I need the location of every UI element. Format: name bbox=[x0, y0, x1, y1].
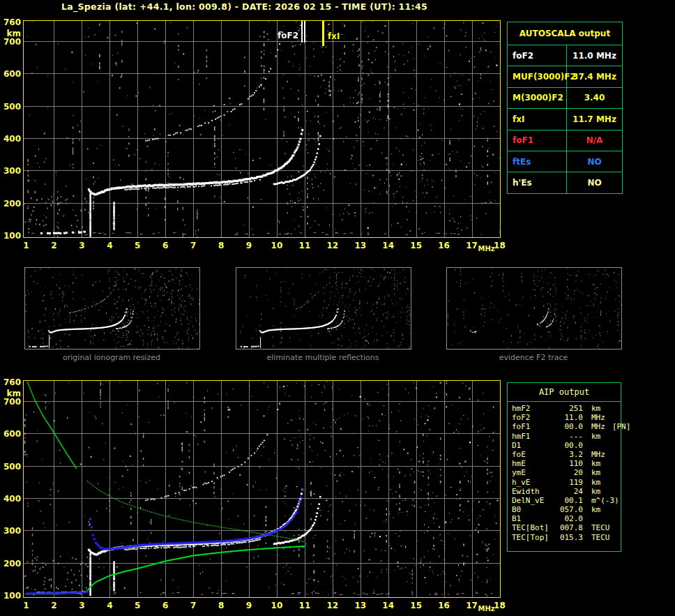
table-row: foF211.0 MHz bbox=[508, 45, 622, 66]
row-label: h'Es bbox=[508, 172, 567, 193]
x-axis-tick-label: 4 bbox=[107, 241, 112, 250]
mhz-unit-label: MHz bbox=[478, 605, 495, 613]
aip-row: foE3.2MHz bbox=[508, 450, 621, 459]
row-label: foF2 bbox=[508, 45, 567, 66]
aip-row: foF211.0MHz bbox=[508, 413, 621, 422]
row-value: 3.40 bbox=[567, 88, 622, 108]
aip-row: hmF2251km bbox=[508, 404, 621, 413]
aip-param-value: 251 bbox=[554, 404, 583, 413]
x-axis-tick-label: 14 bbox=[382, 241, 394, 250]
aip-row: h_vE119km bbox=[508, 478, 621, 487]
aip-param-value: 110 bbox=[554, 459, 583, 468]
x-axis-tick-label: 7 bbox=[190, 601, 196, 610]
y-axis-tick-label: 600 bbox=[0, 429, 21, 439]
x-axis-tick-label: 15 bbox=[410, 241, 422, 250]
aip-param-unit: MHz bbox=[591, 422, 605, 431]
aip-table-rows: hmF2251kmfoF211.0MHzfoF100.0MHz[PN]hmF1-… bbox=[508, 402, 621, 542]
x-axis-tick-label: 1 bbox=[23, 601, 29, 610]
y-axis-tick-label: 600 bbox=[0, 69, 21, 79]
x-axis-tick-label: 17 bbox=[466, 601, 478, 610]
aip-param-name: foF1 bbox=[512, 422, 554, 431]
km-unit-label: km bbox=[0, 389, 21, 398]
y-axis-tick-label: 500 bbox=[0, 102, 21, 112]
fof2-marker-line bbox=[301, 21, 303, 43]
table-row: ftEsNO bbox=[508, 151, 622, 172]
top-ionogram-panel: foF2 fxI bbox=[23, 20, 501, 238]
aip-param-name: hmF2 bbox=[512, 404, 554, 413]
row-value: 11.0 MHz bbox=[567, 45, 622, 66]
aip-row: TEC[Top]015.3TECU bbox=[508, 533, 621, 542]
fxi-marker-line bbox=[322, 21, 324, 46]
aip-param-name: foF2 bbox=[512, 413, 554, 422]
aip-param-name: TEC[Top] bbox=[512, 533, 554, 542]
aip-row: TEC[Bot]007.8TECU bbox=[508, 523, 621, 532]
aip-table-header: AIP output bbox=[508, 383, 621, 402]
x-axis-tick-label: 16 bbox=[438, 241, 450, 250]
x-axis-tick-label: 6 bbox=[162, 241, 168, 250]
aip-param-name: DelN_vE bbox=[512, 496, 554, 505]
aip-output-table: AIP output hmF2251kmfoF211.0MHzfoF100.0M… bbox=[507, 382, 621, 552]
aip-row: foF100.0MHz[PN] bbox=[508, 422, 621, 431]
aip-param-unit: km bbox=[591, 459, 600, 468]
aip-row: hmE110km bbox=[508, 459, 621, 468]
y-axis-tick-label: 500 bbox=[0, 462, 21, 472]
fof2-marker-line bbox=[304, 21, 305, 43]
km-unit-label: km bbox=[0, 29, 21, 38]
aip-param-unit: TECU bbox=[591, 533, 610, 542]
x-axis-tick-label: 10 bbox=[271, 601, 283, 610]
top-ionogram-canvas bbox=[24, 21, 500, 237]
aip-param-unit: MHz bbox=[591, 413, 605, 422]
row-value: NO bbox=[567, 172, 622, 193]
aip-param-value: 007.8 bbox=[554, 523, 583, 532]
thumbnail-evidence-f2 bbox=[446, 267, 622, 350]
y-axis-tick-label: 400 bbox=[0, 134, 21, 144]
autoscala-table-rows: foF211.0 MHzMUF(3000)F237.4 MHzM(3000)F2… bbox=[508, 45, 622, 193]
aip-param-name: ymE bbox=[512, 468, 554, 477]
row-label: ftEs bbox=[508, 151, 567, 172]
x-axis-tick-label: 2 bbox=[51, 601, 56, 610]
x-axis-tick-label: 16 bbox=[438, 601, 450, 610]
aip-param-name: hmF1 bbox=[512, 432, 554, 441]
row-label: foF1 bbox=[508, 130, 567, 151]
x-axis-tick-label: 10 bbox=[271, 241, 283, 250]
x-axis-tick-label: 3 bbox=[79, 241, 84, 250]
aip-param-name: TEC[Bot] bbox=[512, 523, 554, 532]
x-axis-tick-label: 13 bbox=[354, 601, 366, 610]
row-value: N/A bbox=[567, 130, 622, 151]
table-row: M(3000)F23.40 bbox=[508, 88, 622, 109]
aip-param-value: 24 bbox=[554, 487, 583, 496]
table-row: foF1N/A bbox=[508, 130, 622, 151]
aip-param-value: 02.0 bbox=[554, 514, 583, 523]
x-axis-tick-label: 11 bbox=[299, 241, 311, 250]
x-axis-tick-label: 18 bbox=[494, 601, 506, 610]
x-axis-tick-label: 3 bbox=[79, 601, 84, 610]
thumbnail-caption: eliminate multiple reflections bbox=[235, 353, 411, 362]
aip-param-name: D1 bbox=[512, 441, 554, 450]
thumbnail-caption: evidence F2 trace bbox=[446, 353, 621, 362]
aip-row: DelN_vE00.1m^(-3) bbox=[508, 496, 621, 505]
aip-param-name: Ewidth bbox=[512, 487, 554, 496]
aip-param-value: 00.1 bbox=[554, 496, 583, 505]
aip-param-unit: km bbox=[591, 478, 600, 487]
x-axis-tick-label: 6 bbox=[162, 601, 168, 610]
fof2-marker-label: foF2 bbox=[275, 31, 298, 40]
table-row: MUF(3000)F237.4 MHz bbox=[508, 66, 622, 87]
fxi-marker-label: fxI bbox=[328, 31, 340, 41]
thumbnail-eliminate-reflections bbox=[236, 267, 411, 350]
aip-param-value: 20 bbox=[554, 468, 583, 477]
mhz-unit-label: MHz bbox=[478, 245, 495, 253]
aip-param-unit: MHz bbox=[591, 450, 605, 459]
x-axis-tick-label: 8 bbox=[218, 241, 224, 250]
aip-param-unit: km bbox=[591, 404, 600, 413]
y-axis-tick-label: 760 bbox=[0, 377, 21, 387]
aip-param-name: hmE bbox=[512, 459, 554, 468]
aip-param-unit: km bbox=[591, 468, 600, 477]
x-axis-tick-label: 11 bbox=[299, 601, 311, 610]
aip-param-value: --- bbox=[554, 432, 583, 441]
row-label: M(3000)F2 bbox=[508, 88, 567, 108]
row-value: 11.7 MHz bbox=[567, 109, 622, 129]
x-axis-tick-label: 1 bbox=[23, 241, 29, 250]
y-axis-tick-label: 200 bbox=[0, 199, 21, 209]
main-title: La_Spezia (lat: +44.1, lon: 009.8) - DAT… bbox=[61, 1, 427, 12]
y-axis-tick-label: 100 bbox=[0, 231, 21, 241]
